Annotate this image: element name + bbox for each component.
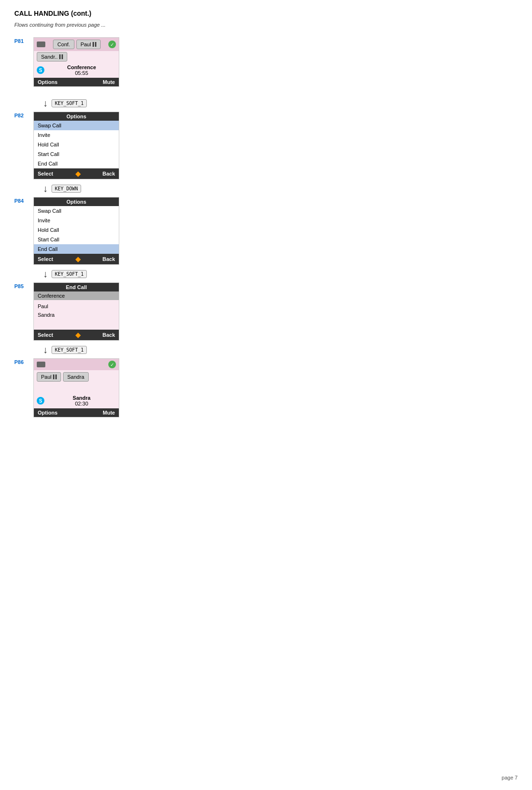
paul-button[interactable]: Paul [76, 40, 101, 49]
p85-softkey-right[interactable]: Back [103, 332, 115, 338]
p82-options-title: Options [34, 112, 119, 121]
key-down-badge: KEY_DOWN [52, 185, 81, 193]
p84-options-screen: Options Swap Call Invite Hold Call Start… [33, 197, 119, 265]
conference-time: 05:55 [47, 70, 116, 76]
p85-participant-paul: Paul [34, 302, 119, 311]
p82-softkey-left[interactable]: Select [38, 171, 53, 177]
p82-item-invite[interactable]: Invite [34, 130, 119, 140]
page-number: page 7 [501, 775, 518, 780]
diamond-icon-p84: ◆ [75, 255, 81, 263]
p84-label: P84 [14, 197, 29, 204]
p84-item-start[interactable]: Start Call [34, 235, 119, 244]
p81-softkey-right[interactable]: Mute [103, 79, 115, 85]
p86-paul-pause-icon [53, 374, 57, 379]
screen-header-icon [37, 42, 45, 47]
p82-item-start[interactable]: Start Call [34, 149, 119, 159]
p84-softkey-left[interactable]: Select [38, 256, 53, 262]
p82-item-hold[interactable]: Hold Call [34, 140, 119, 149]
p85-spacer [34, 319, 119, 328]
page-subtitle: Flows continuing from previous page ... [14, 22, 518, 28]
p86-check-icon: ✓ [108, 361, 116, 368]
diamond-icon-p82: ◆ [75, 170, 81, 177]
p86-call-time: 02:30 [47, 401, 116, 406]
p81-screen: Conf. Paul ✓ Sandr.. S Conferen [33, 37, 119, 87]
arrow-down-4: ↓ [43, 344, 48, 355]
p82-label: P82 [14, 112, 29, 118]
p86-skype-icon: S [37, 397, 44, 405]
p84-item-hold[interactable]: Hold Call [34, 225, 119, 235]
key-soft1-badge-3: KEY_SOFT_1 [52, 270, 87, 278]
p84-softkey-right[interactable]: Back [103, 256, 115, 262]
p85-conference-label: Conference [34, 291, 119, 300]
key-soft1-badge-1: KEY_SOFT_1 [52, 99, 87, 107]
p86-softkey-right[interactable]: Mute [103, 410, 115, 416]
p86-softkey-left[interactable]: Options [38, 410, 58, 416]
p82-item-swap[interactable]: Swap Call [34, 121, 119, 130]
p85-end-call-title: End Call [34, 283, 119, 291]
p85-label: P85 [14, 282, 29, 289]
conf-button[interactable]: Conf. [53, 40, 74, 49]
p86-screen-header-icon [37, 362, 45, 367]
p82-options-list: Swap Call Invite Hold Call Start Call En… [34, 121, 119, 168]
p86-sandra-button[interactable]: Sandra [63, 372, 88, 382]
p86-label: P86 [14, 358, 29, 365]
key-soft1-badge-4: KEY_SOFT_1 [52, 346, 87, 354]
p86-screen: ✓ Paul Sandra S Sandra 02:30 O [33, 358, 119, 417]
p81-label: P81 [14, 37, 29, 44]
p84-item-invite[interactable]: Invite [34, 216, 119, 225]
p86-call-name: Sandra [47, 395, 116, 401]
p84-options-list: Swap Call Invite Hold Call Start Call En… [34, 206, 119, 254]
p85-softkey-left[interactable]: Select [38, 332, 53, 338]
p82-options-screen: Options Swap Call Invite Hold Call Start… [33, 112, 119, 179]
sandr-pause-icon [59, 54, 63, 59]
p82-item-end[interactable]: End Call [34, 159, 119, 168]
arrow-down-1: ↓ [43, 98, 48, 109]
p84-item-swap[interactable]: Swap Call [34, 206, 119, 216]
paul-pause-icon [93, 42, 96, 47]
p85-screen: End Call Conference Paul Sandra Select ◆… [33, 282, 119, 341]
p84-item-end[interactable]: End Call [34, 244, 119, 254]
arrow-down-2: ↓ [43, 183, 48, 194]
p85-participant-sandra: Sandra [34, 311, 119, 319]
diamond-icon-p85: ◆ [75, 331, 81, 339]
arrow-down-3: ↓ [43, 269, 48, 280]
conference-label: Conference [47, 64, 116, 70]
p85-participant-list: Paul Sandra [34, 300, 119, 330]
p82-softkey-right[interactable]: Back [103, 171, 115, 177]
p84-options-title: Options [34, 198, 119, 206]
check-icon: ✓ [108, 41, 116, 48]
p81-softkey-left[interactable]: Options [38, 79, 58, 85]
sandr-button[interactable]: Sandr.. [37, 52, 67, 62]
skype-icon: S [37, 66, 44, 74]
page-title: CALL HANDLING (cont.) [14, 10, 518, 17]
p86-paul-button[interactable]: Paul [37, 372, 61, 382]
